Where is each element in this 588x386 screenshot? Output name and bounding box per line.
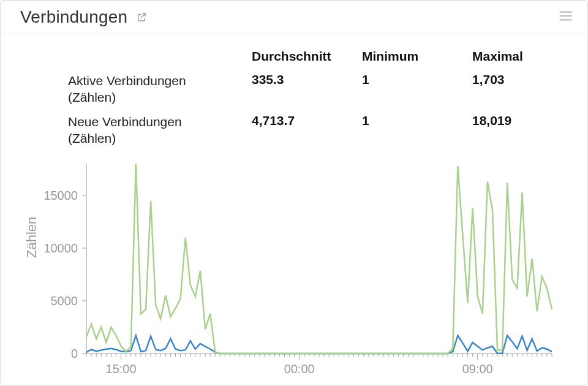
panel-header: Verbindungen: [1, 1, 587, 34]
cell-min: 1: [362, 72, 472, 87]
cell-min: 1: [362, 113, 472, 128]
stats-header-row: Durchschnitt Minimum Maximal: [68, 45, 551, 67]
stats-row: Neue Verbindungen (Zählen) 4,713.7 1 18,…: [68, 110, 551, 151]
title-wrap: Verbindungen: [20, 7, 147, 27]
line-chart: 05000100001500015:0000:0009:00: [31, 159, 558, 379]
svg-text:10000: 10000: [43, 241, 78, 255]
cell-max: 18,019: [472, 113, 582, 128]
cell-avg: 335.3: [252, 72, 362, 87]
panel-menu-icon[interactable]: [556, 7, 576, 28]
cell-avg: 4,713.7: [252, 113, 362, 128]
svg-text:15000: 15000: [43, 189, 78, 202]
cell-max: 1,703: [472, 72, 582, 87]
col-avg: Durchschnitt: [252, 49, 362, 64]
svg-text:09:00: 09:00: [462, 362, 493, 376]
svg-text:00:00: 00:00: [284, 362, 315, 376]
svg-text:0: 0: [71, 347, 78, 360]
panel-title: Verbindungen: [20, 7, 127, 27]
popout-icon[interactable]: [136, 12, 147, 23]
row-label: Neue Verbindungen (Zählen): [68, 113, 252, 147]
svg-text:15:00: 15:00: [106, 362, 137, 376]
svg-text:5000: 5000: [51, 294, 78, 308]
stats-table: Durchschnitt Minimum Maximal Aktive Verb…: [1, 34, 587, 154]
row-label: Aktive Verbindungen (Zählen): [68, 72, 252, 106]
y-axis-label: Zählen: [24, 217, 40, 258]
col-min: Minimum: [362, 49, 472, 64]
stats-row: Aktive Verbindungen (Zählen) 335.3 1 1,7…: [68, 69, 551, 110]
col-max: Maximal: [472, 49, 582, 64]
chart-area: Zählen 05000100001500015:0000:0009:00: [1, 154, 587, 384]
